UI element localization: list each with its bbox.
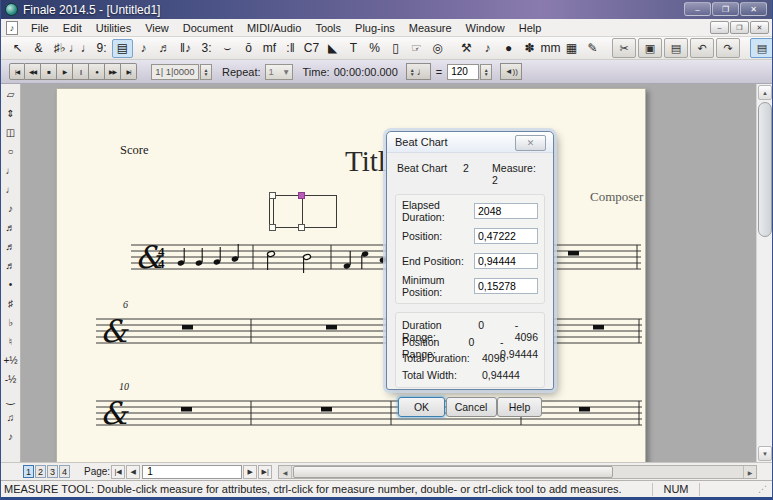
half-step-up-icon[interactable]: +½ xyxy=(2,351,20,370)
chord-tool-icon[interactable]: C7 xyxy=(301,39,322,58)
note-value-spinner[interactable]: ▲▼ xyxy=(410,68,415,76)
last-page-button[interactable]: ▶| xyxy=(258,465,272,479)
menu-file[interactable]: File xyxy=(24,20,56,36)
lyrics-tool-icon[interactable]: ◣ xyxy=(322,39,343,58)
menu-edit[interactable]: Edit xyxy=(56,20,89,36)
beat-handle-selected[interactable] xyxy=(298,192,305,199)
playback-counter[interactable]: 1| 1|0000 xyxy=(151,64,199,80)
quarter-note-icon[interactable]: ♩ xyxy=(2,180,20,199)
time-signature-tool-icon[interactable]: ♩♩ xyxy=(70,39,91,58)
repeat-dropdown[interactable]: 1▾ xyxy=(265,64,293,80)
menu-measure[interactable]: Measure xyxy=(402,20,459,36)
prev-page-button[interactable]: ◀ xyxy=(126,465,140,479)
page-tab-1[interactable]: 1 xyxy=(23,465,34,478)
mdi-close-button[interactable]: ✕ xyxy=(750,21,769,34)
eraser-tool-icon[interactable]: ▱ xyxy=(2,85,20,104)
stop-button[interactable]: ■ xyxy=(41,63,57,80)
scroll-right-icon[interactable]: ▶ xyxy=(743,466,756,478)
menu-midi-audio[interactable]: MIDI/Audio xyxy=(240,20,308,36)
measure-tool-icon[interactable]: ▤ xyxy=(112,39,133,58)
expression-tool-icon[interactable]: mf xyxy=(259,39,280,58)
scroll-down-icon[interactable]: ▼ xyxy=(758,446,772,461)
beat-handle-bottom-left[interactable] xyxy=(269,224,276,231)
ossia-tool-icon[interactable]: ✽ xyxy=(519,39,540,58)
page-tab-4[interactable]: 4 xyxy=(59,465,70,478)
sixteenth-note-icon[interactable]: ♬ xyxy=(2,218,20,237)
go-to-end-button[interactable]: ▶| xyxy=(121,63,137,80)
hyperscribe-tool-icon[interactable]: ‖♪ xyxy=(175,39,196,58)
play-button[interactable]: ▶ xyxy=(57,63,73,80)
half-note-icon[interactable]: ♩ xyxy=(2,161,20,180)
title-bar[interactable]: Finale 2014.5 - [Untitled1] –❐✕ xyxy=(1,0,772,19)
grace-note-icon[interactable]: ♪ xyxy=(2,427,20,446)
sharp-icon[interactable]: ♯ xyxy=(2,294,20,313)
field-input[interactable] xyxy=(474,228,538,244)
scroll-view-button[interactable]: ▤ xyxy=(750,38,773,58)
page-number-input[interactable] xyxy=(142,465,242,479)
speedy-entry-tool-icon[interactable]: ♬ xyxy=(154,39,175,58)
flat-icon[interactable]: ♭ xyxy=(2,313,20,332)
mdi-minimize-button[interactable]: – xyxy=(710,21,729,34)
menu-window[interactable]: Window xyxy=(459,20,512,36)
special-tools-icon[interactable]: ⚒ xyxy=(456,39,477,58)
clef-tool-icon[interactable]: 9: xyxy=(91,39,112,58)
first-page-button[interactable]: |◀ xyxy=(111,465,125,479)
key-signature-tool-icon[interactable]: ♯♭ xyxy=(49,39,70,58)
simple-entry-tool-icon[interactable]: ♪ xyxy=(133,39,154,58)
cancel-button[interactable]: Cancel xyxy=(446,397,497,417)
dialog-close-button[interactable]: ✕ xyxy=(515,135,546,151)
horizontal-scrollbar[interactable]: ◀ ▶ xyxy=(278,465,757,479)
menu-tools[interactable]: Tools xyxy=(308,20,348,36)
cut-button[interactable]: ✂ xyxy=(612,38,636,58)
fast-forward-button[interactable]: ▶▶ xyxy=(105,63,121,80)
scroll-left-icon[interactable]: ◀ xyxy=(279,466,292,478)
page-tab-2[interactable]: 2 xyxy=(35,465,46,478)
articulation-tool-icon[interactable]: ō xyxy=(238,39,259,58)
ok-button[interactable]: OK xyxy=(398,397,445,417)
beat-chart-overlay[interactable] xyxy=(269,195,337,228)
graphics-tool-icon[interactable]: ● xyxy=(498,39,519,58)
staff-system-2[interactable]: & xyxy=(96,313,642,357)
rewind-button[interactable]: ◀◀ xyxy=(25,63,41,80)
eighth-note-icon[interactable]: ♪ xyxy=(2,199,20,218)
repitch-tool-icon[interactable]: ⇕ xyxy=(2,104,20,123)
tuplet-tool-icon[interactable]: 3: xyxy=(196,39,217,58)
record-button[interactable]: ● xyxy=(89,63,105,80)
thirty-second-note-icon[interactable]: ♬ xyxy=(2,237,20,256)
tempo-note-button[interactable]: ▲▼ ♩ xyxy=(406,63,431,80)
next-page-button[interactable]: ▶ xyxy=(243,465,257,479)
copy-button[interactable]: ▣ xyxy=(638,38,662,58)
tuplet-icon[interactable]: ♫ xyxy=(2,408,20,427)
speaker-icon[interactable]: ◄)) xyxy=(500,63,522,80)
menu-view[interactable]: View xyxy=(138,20,176,36)
maximize-button[interactable]: ❐ xyxy=(712,2,739,16)
engraver-tool-icon[interactable]: ✎ xyxy=(582,39,603,58)
counter-spinner[interactable]: ▲▼ xyxy=(200,64,212,80)
half-step-down-icon[interactable]: -½ xyxy=(2,370,20,389)
vertical-scroll-thumb[interactable] xyxy=(758,102,772,237)
pause-button[interactable]: || xyxy=(73,63,89,80)
vertical-scrollbar[interactable]: ▲ ▼ xyxy=(756,84,772,462)
tempo-tool-icon[interactable]: mm xyxy=(540,39,561,58)
text-tool-icon[interactable]: T xyxy=(343,39,364,58)
augmentation-dot-icon[interactable]: • xyxy=(2,275,20,294)
beat-handle-top-left[interactable] xyxy=(269,192,276,199)
close-button[interactable]: ✕ xyxy=(740,2,767,16)
menu-plug-ins[interactable]: Plug-ins xyxy=(348,20,402,36)
page-tab-3[interactable]: 3 xyxy=(47,465,58,478)
paste-button[interactable]: ▤ xyxy=(664,38,688,58)
score-page[interactable]: Score Titl Composer xyxy=(56,88,646,462)
redo-button[interactable]: ↷ xyxy=(716,38,740,58)
whole-note-icon[interactable]: ○ xyxy=(2,142,20,161)
scroll-up-icon[interactable]: ▲ xyxy=(758,85,772,100)
note-mover-tool-icon[interactable]: ♪ xyxy=(477,39,498,58)
page-layout-tool-icon[interactable]: ▯ xyxy=(385,39,406,58)
tempo-spinner[interactable]: ▲▼ xyxy=(480,64,492,80)
mirror-tool-icon[interactable]: % xyxy=(364,39,385,58)
sixty-fourth-note-icon[interactable]: ♬ xyxy=(2,256,20,275)
field-input[interactable] xyxy=(474,203,538,219)
help-button[interactable]: Help xyxy=(497,397,542,417)
zoom-tool-icon[interactable]: ◎ xyxy=(427,39,448,58)
natural-icon[interactable]: ♮ xyxy=(2,332,20,351)
breve-icon[interactable]: ◫ xyxy=(2,123,20,142)
